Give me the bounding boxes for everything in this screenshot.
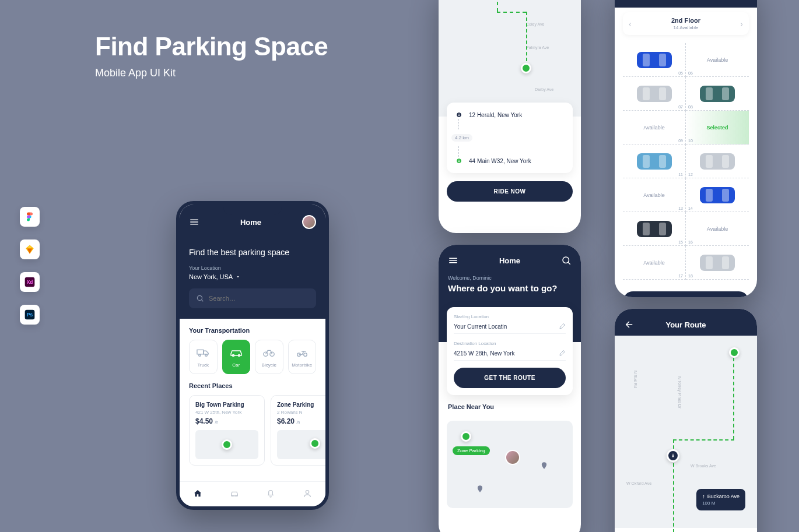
route-map[interactable]: N Slat Rd N Torrey Pines Dr W Brooks Ave…	[615, 336, 757, 528]
menu-icon[interactable]	[448, 255, 458, 266]
dest-label: Destination Location	[454, 341, 566, 346]
continue-button[interactable]: CONTINUE	[623, 291, 749, 297]
location-label: Your Location	[189, 265, 316, 271]
parking-slot[interactable]: Available09	[623, 111, 686, 145]
pin-icon	[540, 461, 548, 470]
near-title: Place Near You	[439, 395, 581, 416]
transport-truck[interactable]: Truck	[189, 340, 218, 374]
sketch-icon	[20, 239, 40, 259]
route-tooltip: ↑Buckaroo Ave 100 M	[696, 489, 745, 510]
question-text: Where do you want to go?	[439, 281, 581, 301]
dest-value[interactable]: 4215 W 28th, New York	[454, 350, 515, 357]
svg-point-8	[197, 295, 202, 300]
tool-column: Xd Ps	[20, 207, 40, 325]
header-title: Your Route	[635, 320, 737, 329]
edit-icon[interactable]	[559, 350, 566, 357]
search-input[interactable]	[189, 288, 316, 308]
parking-slot[interactable]: Available13	[623, 178, 686, 212]
svg-point-18	[304, 353, 307, 357]
chevron-left-icon[interactable]: ‹	[629, 19, 632, 29]
parking-slot[interactable]: 12	[686, 145, 749, 178]
hero-subtitle: Mobile App UI Kit	[95, 67, 176, 79]
parking-slot[interactable]: 05	[623, 43, 686, 77]
route-from: 12 Herald, New York	[469, 112, 522, 118]
menu-icon[interactable]	[189, 217, 199, 227]
user-location-avatar	[505, 450, 520, 465]
parking-slot[interactable]: 08	[686, 77, 749, 111]
svg-point-19	[232, 495, 233, 496]
start-label: Starting Location	[454, 314, 566, 319]
transport-title: Your Transportation	[180, 319, 325, 340]
get-route-button[interactable]: GET THE ROUTE	[454, 368, 566, 388]
floor-selector[interactable]: ‹ 2nd Floor 14 Available ›	[623, 12, 749, 35]
svg-point-29	[563, 257, 569, 263]
ride-now-button[interactable]: RIDE NOW	[447, 181, 573, 202]
transport-motorbike[interactable]: Motorbike	[288, 340, 317, 374]
header-title: Home	[199, 218, 302, 227]
route-to: 44 Main W32, New York	[469, 158, 531, 164]
place-card[interactable]: Big Town Parking 421 W 25th, New York $4…	[189, 395, 265, 466]
parking-slot[interactable]: 14	[686, 178, 749, 212]
edit-icon[interactable]	[559, 323, 566, 330]
parking-slot[interactable]: Available06	[686, 43, 749, 77]
svg-line-30	[568, 262, 570, 265]
nav-home-icon[interactable]	[193, 489, 202, 498]
parking-slot[interactable]: 15	[623, 212, 686, 246]
nav-user-icon[interactable]	[303, 489, 312, 498]
back-icon[interactable]	[624, 319, 635, 330]
svg-text:Xd: Xd	[27, 279, 33, 285]
xd-icon: Xd	[20, 272, 40, 292]
phone-home: Home Find the best parking space Your Lo…	[176, 201, 329, 510]
hero-title: Find Parking Space	[95, 32, 328, 61]
svg-point-23	[458, 114, 460, 115]
phone-route-map: Edna Ave Coley Ave Palmyra Ave Darby Ave…	[439, 0, 581, 233]
recent-title: Recent Places	[180, 374, 325, 395]
parking-slot[interactable]: 11	[623, 145, 686, 178]
svg-point-20	[236, 495, 236, 496]
place-card[interactable]: Zone Parking 2 Rowans N $6.20 /h	[271, 395, 325, 466]
welcome-text: Welcome, Dominic	[439, 272, 581, 281]
location-card: Starting Location Your Current Locatin D…	[447, 307, 573, 395]
parking-slot[interactable]: Available16	[686, 212, 749, 246]
slot-grid: 05Available060708Available09Selected1011…	[615, 40, 757, 283]
bottom-nav	[180, 481, 325, 506]
svg-rect-10	[197, 350, 204, 354]
parking-slot[interactable]: 18	[686, 246, 749, 280]
phone-your-route: Your Route N Slat Rd N Torrey Pines Dr W…	[615, 309, 757, 532]
svg-point-25	[458, 160, 460, 161]
svg-point-11	[199, 354, 201, 357]
search-icon	[196, 294, 204, 302]
near-map[interactable]: Zone Parking	[447, 421, 573, 508]
phone-destination: Home Welcome, Dominic Where do you want …	[439, 245, 581, 532]
transport-bicycle[interactable]: Bicycle	[255, 340, 283, 374]
svg-line-9	[201, 300, 203, 301]
chevron-right-icon[interactable]: ›	[740, 19, 743, 29]
tagline: Find the best parking space	[189, 248, 316, 257]
figma-icon	[20, 207, 40, 227]
phone-choose-slot: Choose Slot ‹ 2nd Floor 14 Available › 0…	[615, 0, 757, 297]
nav-cursor-icon	[667, 449, 679, 462]
transport-car[interactable]: Car	[222, 340, 251, 374]
route-card: 12 Herald, New York 4.2 km 44 Main W32, …	[447, 103, 573, 173]
svg-point-21	[306, 491, 309, 494]
parking-slot[interactable]: Selected10	[686, 111, 749, 145]
map[interactable]: Edna Ave Coley Ave Palmyra Ave Darby Ave	[439, 0, 581, 117]
svg-point-12	[205, 354, 208, 357]
distance-pill: 4.2 km	[451, 134, 472, 142]
parking-slot[interactable]: Available17	[623, 246, 686, 280]
nav-car-icon[interactable]	[230, 489, 239, 498]
header-title: Home	[458, 256, 561, 265]
zone-pill: Zone Parking	[453, 446, 490, 455]
location-value[interactable]: New York, USA	[189, 273, 316, 280]
pin-icon	[476, 485, 484, 493]
nav-bell-icon[interactable]	[266, 489, 275, 498]
search-icon[interactable]	[561, 255, 572, 266]
start-value[interactable]: Your Current Locatin	[454, 323, 507, 330]
parking-slot[interactable]: 07	[623, 77, 686, 111]
svg-text:Ps: Ps	[27, 312, 33, 318]
header-title: Choose Slot	[635, 0, 737, 2]
avatar[interactable]	[302, 215, 316, 229]
photoshop-icon: Ps	[20, 305, 40, 325]
